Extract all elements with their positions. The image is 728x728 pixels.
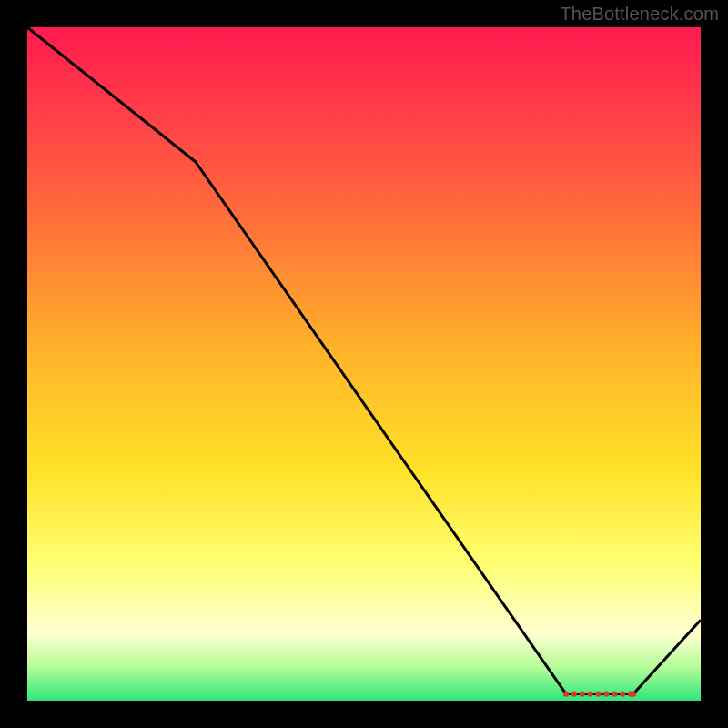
marker-dot (563, 691, 569, 696)
watermark-text: TheBottleneck.com (560, 4, 719, 25)
marker-dot (580, 691, 585, 696)
marker-dot (631, 691, 636, 696)
marker-dot (620, 691, 625, 696)
marker-dot (587, 691, 592, 696)
marker-dot (612, 691, 617, 696)
marker-dot (595, 691, 601, 696)
marker-dot (571, 691, 577, 696)
series-line (27, 27, 701, 694)
plot-area (27, 27, 701, 701)
line-overlay (27, 27, 701, 701)
marker-dot (603, 691, 609, 696)
chart-container: TheBottleneck.com (0, 0, 728, 728)
